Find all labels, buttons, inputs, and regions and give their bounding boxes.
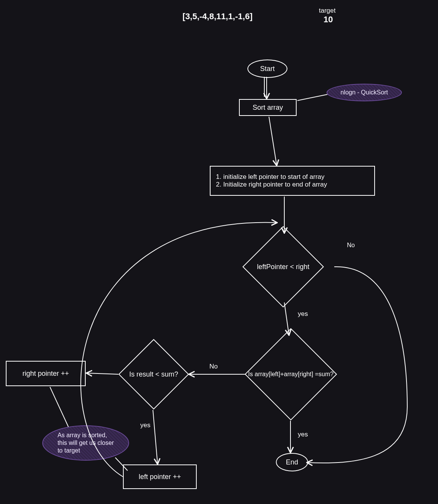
- left-pointer-inc: left pointer ++: [123, 464, 197, 489]
- sum-yes-label: yes: [298, 431, 308, 438]
- quicksort-annotation: nlogn - QuickSort: [327, 84, 402, 101]
- left-pointer-inc-text: left pointer ++: [139, 473, 181, 481]
- loop-condition-text: leftPointer < right: [257, 263, 310, 271]
- svg-line-5: [284, 302, 289, 335]
- svg-line-2: [297, 94, 327, 101]
- svg-line-8: [50, 387, 68, 427]
- sorted-helps-annotation: As array is sorted, this will get us clo…: [42, 425, 129, 461]
- initialize-pointers-step: 1. initialize left pointer to start of a…: [210, 166, 375, 196]
- loop-condition: leftPointer < right: [254, 238, 312, 296]
- start-node: Start: [247, 59, 287, 78]
- sum-equality-text: Is array[left]+array[right] =sum?: [248, 371, 333, 378]
- sorted-helps-text: As array is sorted, this will get us clo…: [58, 431, 114, 454]
- right-pointer-inc: right pointer ++: [6, 361, 86, 386]
- input-array: [3,5,-4,8,11,1,-1,6]: [182, 12, 252, 21]
- sum-no-label: No: [209, 363, 218, 370]
- sort-array-step: Sort array: [239, 99, 297, 116]
- flowchart-canvas: [3,5,-4,8,11,1,-1,6] target 10 Start Sor…: [0, 0, 438, 504]
- start-label: Start: [260, 65, 275, 73]
- right-pointer-inc-text: right pointer ++: [22, 370, 69, 378]
- loop-yes-label: yes: [298, 310, 308, 318]
- svg-line-3: [269, 117, 277, 165]
- sort-array-label: Sort array: [252, 104, 283, 112]
- quicksort-annotation-text: nlogn - QuickSort: [340, 89, 388, 96]
- target-label: target: [319, 7, 335, 15]
- loop-no-label: No: [347, 242, 355, 249]
- end-label: End: [286, 458, 298, 466]
- result-yes-label: yes: [140, 421, 150, 429]
- end-node: End: [276, 453, 308, 471]
- svg-line-10: [153, 410, 158, 464]
- sum-equality-condition: Is array[left]+array[right] =sum?: [258, 342, 324, 407]
- result-lt-sum-text: Is result < sum?: [129, 370, 178, 378]
- result-lt-sum-condition: Is result < sum?: [129, 349, 179, 399]
- initialize-pointers-text: 1. initialize left pointer to start of a…: [216, 173, 327, 188]
- target-value: 10: [324, 15, 333, 25]
